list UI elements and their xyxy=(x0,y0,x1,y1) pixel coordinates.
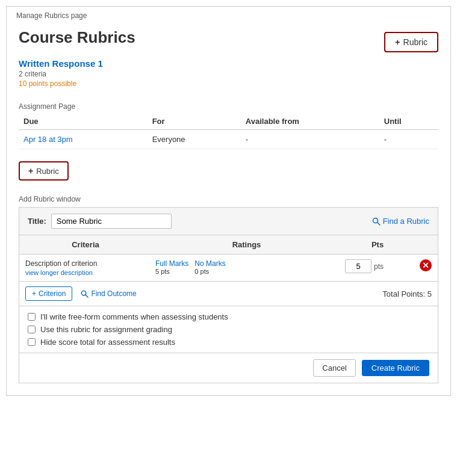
rubric-options: I'll write free-form comments when asses… xyxy=(19,306,438,353)
page-header: Course Rubrics + Rubric xyxy=(7,22,450,58)
remove-criterion-button[interactable]: ✕ xyxy=(420,259,432,271)
rubric-footer-row: + Criterion Find Outcome Total Points: 5 xyxy=(19,282,438,306)
cell-for: Everyone xyxy=(148,130,241,149)
option-label-2: Use this rubric for assignment grading xyxy=(40,325,172,334)
add-criterion-button[interactable]: + Criterion xyxy=(25,286,72,301)
add-rubric-window-label: Add Rubric window xyxy=(7,190,450,207)
rating-no-marks-name: No Marks xyxy=(194,259,225,268)
col-pts: Pts xyxy=(341,239,414,250)
rubric-title-input[interactable] xyxy=(51,214,172,229)
rating-no-marks: No Marks 0 pts xyxy=(194,259,225,275)
rating-no-marks-pts: 0 pts xyxy=(194,268,225,275)
criterion-row: Description of criterion view longer des… xyxy=(19,255,438,282)
manage-rubrics-label: Manage Rubrics page xyxy=(7,7,450,22)
rubric-name-link[interactable]: Written Response 1 xyxy=(7,58,450,69)
search-icon xyxy=(372,217,381,226)
criterion-ratings: Full Marks 5 pts No Marks 0 pts xyxy=(152,255,341,280)
search-outcome-icon xyxy=(81,290,89,298)
rubric-window-header: Title: Find a Rubric xyxy=(19,208,438,235)
add-criterion-label: Criterion xyxy=(39,289,66,298)
cancel-button[interactable]: Cancel xyxy=(313,359,355,377)
cell-available-from: - xyxy=(241,130,379,149)
find-rubric-label: Find a Rubric xyxy=(383,217,429,226)
view-longer-description-link[interactable]: view longer description xyxy=(25,269,146,276)
svg-line-3 xyxy=(85,294,88,297)
option-checkbox-3[interactable] xyxy=(28,338,36,346)
criterion-description: Description of criterion view longer des… xyxy=(19,255,152,281)
col-for: For xyxy=(148,113,241,130)
criterion-pts: pts xyxy=(341,255,414,278)
rating-full-marks-pts: 5 pts xyxy=(155,268,188,275)
criterion-desc-text: Description of criterion xyxy=(25,259,97,268)
assignment-table: Due For Available from Until Apr 18 at 3… xyxy=(19,113,438,149)
rubric-columns-header: Criteria Ratings Pts xyxy=(19,235,438,255)
option-row-1: I'll write free-form comments when asses… xyxy=(28,312,429,321)
pts-input[interactable] xyxy=(345,259,372,273)
option-row-2: Use this rubric for assignment grading xyxy=(28,325,429,334)
criterion-action: ✕ xyxy=(414,255,438,276)
rubric-window: Title: Find a Rubric Criteria Ratings Pt… xyxy=(19,207,438,383)
option-checkbox-1[interactable] xyxy=(28,313,36,321)
option-row-3: Hide score total for assessment results xyxy=(28,338,429,347)
title-label: Title: xyxy=(28,217,46,226)
option-label-1: I'll write free-form comments when asses… xyxy=(40,312,228,321)
col-action xyxy=(414,239,438,250)
col-available-from: Available from xyxy=(241,113,379,130)
option-checkbox-2[interactable] xyxy=(28,326,36,333)
add-rubric-top-label: Rubric xyxy=(403,37,427,47)
add-rubric-mid-label: Rubric xyxy=(36,167,59,176)
plus-icon: + xyxy=(395,37,400,47)
assignment-table-wrap: Due For Available from Until Apr 18 at 3… xyxy=(7,113,450,155)
pts-unit-label: pts xyxy=(374,262,384,271)
col-due: Due xyxy=(19,113,148,130)
rubric-title-row: Title: xyxy=(28,214,172,229)
page-container: Manage Rubrics page Course Rubrics + Rub… xyxy=(6,6,451,396)
page-title: Course Rubrics xyxy=(19,28,135,47)
assignment-page-label: Assignment Page xyxy=(7,95,450,113)
add-rubric-mid-button[interactable]: + Rubric xyxy=(19,161,69,181)
find-rubric-link[interactable]: Find a Rubric xyxy=(372,217,429,226)
option-label-3: Hide score total for assessment results xyxy=(40,338,175,347)
total-points-label: Total Points: 5 xyxy=(382,289,432,298)
cell-due: Apr 18 at 3pm xyxy=(19,130,148,149)
footer-left: + Criterion Find Outcome xyxy=(25,286,137,301)
rubric-criteria: 2 criteria xyxy=(7,69,450,79)
rating-full-marks-name: Full Marks xyxy=(155,259,188,268)
col-until: Until xyxy=(379,113,438,130)
col-criteria: Criteria xyxy=(19,239,152,250)
plus-icon-mid: + xyxy=(28,166,33,176)
plus-icon-criterion: + xyxy=(32,289,36,298)
find-outcome-label: Find Outcome xyxy=(91,289,136,298)
cell-until: - xyxy=(379,130,438,149)
table-row: Apr 18 at 3pm Everyone - - xyxy=(19,130,438,149)
col-ratings: Ratings xyxy=(152,239,341,250)
rubric-actions: Cancel Create Rubric xyxy=(19,353,438,383)
create-rubric-button[interactable]: Create Rubric xyxy=(362,360,429,376)
add-rubric-top-button[interactable]: + Rubric xyxy=(384,32,438,52)
rating-full-marks: Full Marks 5 pts xyxy=(155,259,188,275)
find-outcome-link[interactable]: Find Outcome xyxy=(81,289,136,298)
rubric-points: 10 points possible xyxy=(7,79,450,95)
svg-line-1 xyxy=(377,222,380,225)
